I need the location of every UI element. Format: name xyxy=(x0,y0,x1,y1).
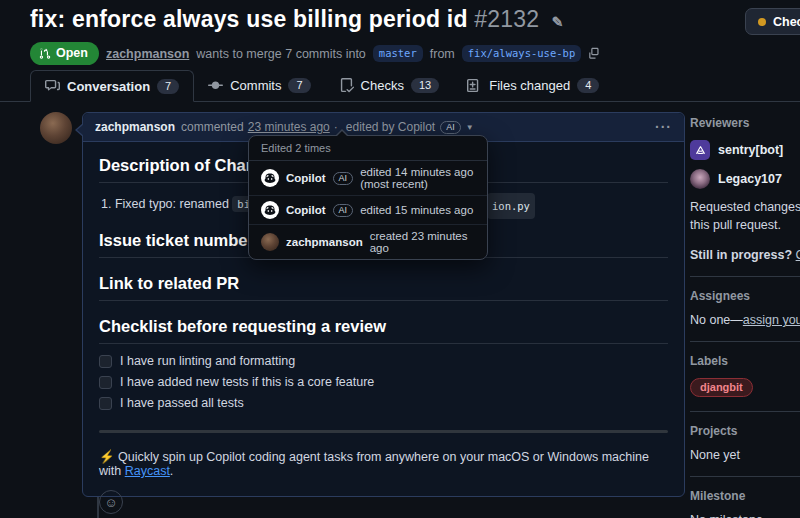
from-word: from xyxy=(430,47,455,61)
pending-status-dot-icon xyxy=(758,18,766,26)
status-badge: Open xyxy=(30,42,99,65)
copilot-icon xyxy=(264,172,276,184)
copy-branch-icon[interactable] xyxy=(588,47,601,60)
note-line: this pull request. xyxy=(690,218,781,232)
tab-checks-count: 13 xyxy=(411,78,439,93)
checklist-label: I have passed all tests xyxy=(120,396,244,410)
head-branch-label[interactable]: fix/always-use-bp xyxy=(462,45,581,62)
add-reaction-button[interactable]: ☺ xyxy=(99,490,123,514)
reviewer-name: Legacy107 xyxy=(718,172,782,186)
page-title: fix: enforce always use billing period i… xyxy=(30,6,770,33)
file-diff-icon xyxy=(467,78,482,93)
label-djangbit[interactable]: djangbit xyxy=(690,378,753,397)
tab-files-changed[interactable]: Files changed 4 xyxy=(453,69,613,101)
labels-heading[interactable]: Labels xyxy=(690,354,800,368)
ai-chip: AI xyxy=(333,204,354,217)
tab-files-label: Files changed xyxy=(489,78,570,93)
still-in-progress-line: Still in progress? Convert to draft xyxy=(690,248,800,262)
copilot-avatar xyxy=(261,201,279,219)
pr-number: #2132 xyxy=(474,6,539,32)
pr-tabnav: Conversation 7 Commits 7 Checks 13 Files… xyxy=(0,70,800,102)
tab-commits-count: 7 xyxy=(288,78,310,93)
assignees-heading[interactable]: Assignees xyxy=(690,289,800,303)
comment-author[interactable]: zachpmanson xyxy=(95,120,175,134)
pr-sidebar: Reviewers sentry[bot] Legacy107 Requeste… xyxy=(690,108,800,518)
raycast-promo-line: ⚡ Quickly spin up Copilot coding agent t… xyxy=(99,449,668,478)
reviewers-section: Reviewers sentry[bot] Legacy107 Requeste… xyxy=(690,108,800,277)
sentry-logo-icon xyxy=(694,144,707,157)
edit-history-toggle[interactable]: edited by Copilot AI ▼ xyxy=(346,120,474,134)
no-one-text: No one— xyxy=(690,313,743,327)
smiley-icon: ☺ xyxy=(104,496,117,509)
sentry-bot-avatar xyxy=(690,140,710,160)
ai-chip: AI xyxy=(440,121,461,134)
pr-author-link[interactable]: zachpmanson xyxy=(106,47,189,61)
projects-value: None yet xyxy=(690,448,800,462)
kebab-menu-icon[interactable]: ··· xyxy=(655,119,672,135)
milestone-section: Milestone No milestone xyxy=(690,477,800,518)
reviewers-heading[interactable]: Reviewers xyxy=(690,116,800,130)
tab-checks[interactable]: Checks 13 xyxy=(325,69,454,101)
projects-section: Projects None yet xyxy=(690,412,800,477)
promo-period: . xyxy=(170,464,173,478)
edit-time: edited 15 minutes ago xyxy=(360,204,473,216)
checklist-label: I have run linting and formatting xyxy=(120,354,295,368)
copilot-icon xyxy=(264,204,276,216)
section-checklist: Checklist before requesting a review xyxy=(99,317,668,344)
edited-by-label: edited by Copilot xyxy=(346,120,435,134)
reviewer-row[interactable]: Legacy107 xyxy=(690,169,800,189)
dropdown-title: Edited 2 times xyxy=(249,136,487,161)
timeline-connector xyxy=(97,497,99,518)
divider xyxy=(99,430,668,433)
inline-code-filename: ion.py xyxy=(487,193,535,219)
section-link-to-related-pr: Link to related PR xyxy=(99,274,668,301)
pr-header: fix: enforce always use billing period i… xyxy=(30,6,770,65)
avatar[interactable] xyxy=(40,112,72,144)
tab-conversation[interactable]: Conversation 7 xyxy=(30,70,194,102)
assignees-section: Assignees No one—assign yourself xyxy=(690,277,800,342)
tab-conversation-label: Conversation xyxy=(67,79,150,94)
checks-status-button[interactable]: Checks xyxy=(745,8,800,35)
edit-history-row[interactable]: Copilot AI edited 15 minutes ago xyxy=(249,196,487,225)
checkbox-passed-tests[interactable] xyxy=(99,397,112,410)
reviewer-row[interactable]: sentry[bot] xyxy=(690,140,800,160)
promo-text: Quickly spin up Copilot coding agent tas… xyxy=(99,450,649,478)
checks-button-label: Checks xyxy=(773,15,800,29)
edit-time: edited 14 minutes ago (most recent) xyxy=(360,166,475,190)
milestone-heading[interactable]: Milestone xyxy=(690,489,800,503)
projects-heading[interactable]: Projects xyxy=(690,424,800,438)
comment-caret xyxy=(75,123,83,137)
checkbox-linting[interactable] xyxy=(99,355,112,368)
assign-yourself-link[interactable]: assign yourself xyxy=(743,313,800,327)
list-item-text: 1. Fixed typo: renamed xyxy=(101,197,232,211)
checkbox-new-tests[interactable] xyxy=(99,376,112,389)
tab-commits-label: Commits xyxy=(230,78,281,93)
checklist-icon xyxy=(339,78,354,93)
checklist-item: I have added new tests if this is a core… xyxy=(99,375,668,389)
lightning-bolt-icon: ⚡ xyxy=(99,450,115,464)
checklist-item: I have passed all tests xyxy=(99,396,668,410)
base-branch-label[interactable]: master xyxy=(373,45,423,62)
edit-history-row[interactable]: Copilot AI edited 14 minutes ago (most r… xyxy=(249,161,487,196)
checklist-label: I have added new tests if this is a core… xyxy=(120,375,374,389)
edit-history-dropdown: Edited 2 times Copilot AI edited 14 minu… xyxy=(248,135,488,260)
labels-section: Labels djangbit xyxy=(690,342,800,412)
edit-title-icon[interactable]: ✎ xyxy=(552,14,564,30)
editor-name: zachpmanson xyxy=(286,236,363,248)
raycast-link[interactable]: Raycast xyxy=(125,464,170,478)
tab-files-count: 4 xyxy=(577,78,599,93)
tab-checks-label: Checks xyxy=(361,78,404,93)
edit-time: created 23 minutes ago xyxy=(370,230,475,254)
milestone-value: No milestone xyxy=(690,513,800,518)
tab-commits[interactable]: Commits 7 xyxy=(194,69,324,101)
status-label: Open xyxy=(56,46,88,60)
editor-name: Copilot xyxy=(286,172,326,184)
ai-chip: AI xyxy=(333,172,354,185)
edit-history-row[interactable]: zachpmanson created 23 minutes ago xyxy=(249,225,487,259)
convert-to-draft-link[interactable]: Convert to draft xyxy=(796,248,800,262)
git-pull-request-icon xyxy=(39,47,51,60)
dropdown-arrow xyxy=(335,129,349,136)
assignees-value: No one—assign yourself xyxy=(690,313,800,327)
comment-discussion-icon xyxy=(45,79,60,94)
comment-timestamp[interactable]: 23 minutes ago xyxy=(248,120,330,134)
